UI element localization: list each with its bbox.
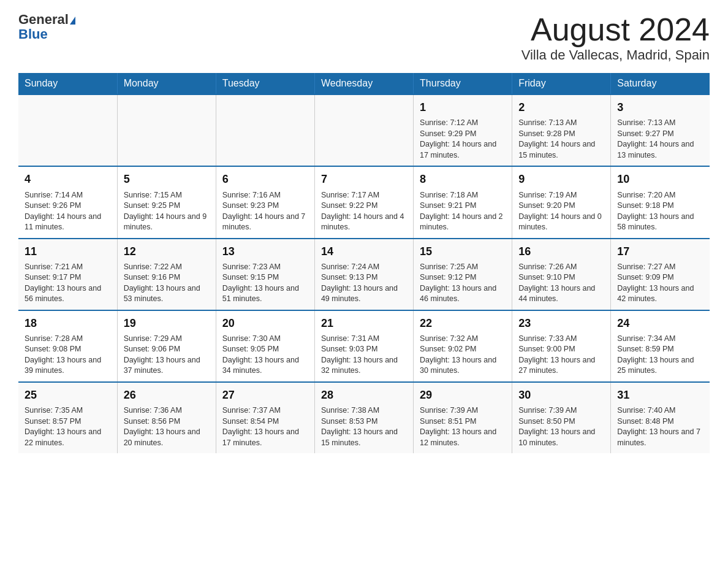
cell-week1-day2 — [117, 94, 216, 166]
cell-week1-day4 — [314, 94, 413, 166]
week-row-2: 4Sunrise: 7:14 AMSunset: 9:26 PMDaylight… — [18, 166, 710, 238]
cell-week5-day4: 28Sunrise: 7:38 AMSunset: 8:53 PMDayligh… — [314, 382, 413, 453]
cell-week1-day3 — [216, 94, 314, 166]
calendar-body: 1Sunrise: 7:12 AMSunset: 9:29 PMDaylight… — [18, 94, 710, 453]
cell-week4-day7: 24Sunrise: 7:34 AMSunset: 8:59 PMDayligh… — [611, 310, 710, 382]
cell-week4-day6: 23Sunrise: 7:33 AMSunset: 9:00 PMDayligh… — [512, 310, 611, 382]
day-info: Sunrise: 7:35 AMSunset: 8:57 PMDaylight:… — [25, 405, 111, 448]
day-number: 21 — [321, 316, 407, 331]
day-info: Sunrise: 7:36 AMSunset: 8:56 PMDaylight:… — [124, 405, 210, 448]
day-number: 24 — [617, 316, 703, 331]
cell-week3-day5: 15Sunrise: 7:25 AMSunset: 9:12 PMDayligh… — [414, 239, 512, 310]
calendar-subtitle: Villa de Vallecas, Madrid, Spain — [521, 47, 710, 63]
cell-week4-day3: 20Sunrise: 7:30 AMSunset: 9:05 PMDayligh… — [216, 310, 314, 382]
day-number: 18 — [25, 316, 111, 331]
day-info: Sunrise: 7:30 AMSunset: 9:05 PMDaylight:… — [222, 334, 308, 377]
day-number: 11 — [25, 244, 111, 259]
calendar-title: August 2024 — [521, 12, 710, 47]
day-info: Sunrise: 7:14 AMSunset: 9:26 PMDaylight:… — [25, 190, 111, 233]
day-info: Sunrise: 7:17 AMSunset: 9:22 PMDaylight:… — [321, 190, 407, 233]
day-info: Sunrise: 7:13 AMSunset: 9:28 PMDaylight:… — [518, 118, 604, 161]
cell-week5-day3: 27Sunrise: 7:37 AMSunset: 8:54 PMDayligh… — [216, 382, 314, 453]
day-number: 2 — [518, 100, 604, 115]
cell-week5-day5: 29Sunrise: 7:39 AMSunset: 8:51 PMDayligh… — [414, 382, 512, 453]
cell-week5-day7: 31Sunrise: 7:40 AMSunset: 8:48 PMDayligh… — [611, 382, 710, 453]
day-number: 17 — [617, 244, 703, 259]
day-number: 25 — [25, 388, 111, 403]
header-wednesday: Wednesday — [314, 73, 413, 94]
day-info: Sunrise: 7:31 AMSunset: 9:03 PMDaylight:… — [321, 334, 407, 377]
day-info: Sunrise: 7:40 AMSunset: 8:48 PMDaylight:… — [617, 405, 703, 448]
day-number: 6 — [222, 172, 308, 187]
header-sunday: Sunday — [18, 73, 117, 94]
day-number: 19 — [124, 316, 210, 331]
week-row-5: 25Sunrise: 7:35 AMSunset: 8:57 PMDayligh… — [18, 382, 710, 453]
day-number: 9 — [518, 172, 604, 187]
cell-week4-day1: 18Sunrise: 7:28 AMSunset: 9:08 PMDayligh… — [18, 310, 117, 382]
logo-blue-text: Blue — [18, 27, 75, 42]
cell-week2-day5: 8Sunrise: 7:18 AMSunset: 9:21 PMDaylight… — [414, 166, 512, 238]
cell-week3-day1: 11Sunrise: 7:21 AMSunset: 9:17 PMDayligh… — [18, 239, 117, 310]
day-info: Sunrise: 7:29 AMSunset: 9:06 PMDaylight:… — [124, 334, 210, 377]
day-info: Sunrise: 7:39 AMSunset: 8:51 PMDaylight:… — [420, 405, 506, 448]
day-number: 3 — [617, 100, 703, 115]
cell-week2-day7: 10Sunrise: 7:20 AMSunset: 9:18 PMDayligh… — [611, 166, 710, 238]
day-number: 13 — [222, 244, 308, 259]
cell-week3-day4: 14Sunrise: 7:24 AMSunset: 9:13 PMDayligh… — [314, 239, 413, 310]
day-info: Sunrise: 7:21 AMSunset: 9:17 PMDaylight:… — [25, 262, 111, 305]
day-info: Sunrise: 7:38 AMSunset: 8:53 PMDaylight:… — [321, 405, 407, 448]
day-info: Sunrise: 7:22 AMSunset: 9:16 PMDaylight:… — [124, 262, 210, 305]
day-number: 27 — [222, 388, 308, 403]
day-info: Sunrise: 7:19 AMSunset: 9:20 PMDaylight:… — [518, 190, 604, 233]
day-number: 7 — [321, 172, 407, 187]
day-number: 28 — [321, 388, 407, 403]
day-info: Sunrise: 7:12 AMSunset: 9:29 PMDaylight:… — [420, 118, 506, 161]
logo-general-text: General — [18, 12, 69, 27]
day-number: 1 — [420, 100, 506, 115]
cell-week1-day1 — [18, 94, 117, 166]
day-info: Sunrise: 7:32 AMSunset: 9:02 PMDaylight:… — [420, 334, 506, 377]
day-info: Sunrise: 7:13 AMSunset: 9:27 PMDaylight:… — [617, 118, 703, 161]
day-info: Sunrise: 7:24 AMSunset: 9:13 PMDaylight:… — [321, 262, 407, 305]
day-number: 30 — [518, 388, 604, 403]
calendar-table: Sunday Monday Tuesday Wednesday Thursday… — [18, 73, 710, 453]
day-number: 10 — [617, 172, 703, 187]
day-number: 31 — [617, 388, 703, 403]
day-info: Sunrise: 7:28 AMSunset: 9:08 PMDaylight:… — [25, 334, 111, 377]
day-number: 26 — [124, 388, 210, 403]
cell-week3-day6: 16Sunrise: 7:26 AMSunset: 9:10 PMDayligh… — [512, 239, 611, 310]
day-info: Sunrise: 7:26 AMSunset: 9:10 PMDaylight:… — [518, 262, 604, 305]
calendar-header: Sunday Monday Tuesday Wednesday Thursday… — [18, 73, 710, 94]
cell-week1-day5: 1Sunrise: 7:12 AMSunset: 9:29 PMDaylight… — [414, 94, 512, 166]
cell-week2-day4: 7Sunrise: 7:17 AMSunset: 9:22 PMDaylight… — [314, 166, 413, 238]
cell-week5-day6: 30Sunrise: 7:39 AMSunset: 8:50 PMDayligh… — [512, 382, 611, 453]
weekday-header-row: Sunday Monday Tuesday Wednesday Thursday… — [18, 73, 710, 94]
cell-week3-day7: 17Sunrise: 7:27 AMSunset: 9:09 PMDayligh… — [611, 239, 710, 310]
day-number: 20 — [222, 316, 308, 331]
header-saturday: Saturday — [611, 73, 710, 94]
day-info: Sunrise: 7:33 AMSunset: 9:00 PMDaylight:… — [518, 334, 604, 377]
day-number: 4 — [25, 172, 111, 187]
cell-week2-day2: 5Sunrise: 7:15 AMSunset: 9:25 PMDaylight… — [117, 166, 216, 238]
week-row-4: 18Sunrise: 7:28 AMSunset: 9:08 PMDayligh… — [18, 310, 710, 382]
day-number: 12 — [124, 244, 210, 259]
cell-week2-day6: 9Sunrise: 7:19 AMSunset: 9:20 PMDaylight… — [512, 166, 611, 238]
day-number: 16 — [518, 244, 604, 259]
cell-week4-day2: 19Sunrise: 7:29 AMSunset: 9:06 PMDayligh… — [117, 310, 216, 382]
cell-week3-day2: 12Sunrise: 7:22 AMSunset: 9:16 PMDayligh… — [117, 239, 216, 310]
day-info: Sunrise: 7:23 AMSunset: 9:15 PMDaylight:… — [222, 262, 308, 305]
header-monday: Monday — [117, 73, 216, 94]
cell-week1-day6: 2Sunrise: 7:13 AMSunset: 9:28 PMDaylight… — [512, 94, 611, 166]
header-thursday: Thursday — [414, 73, 512, 94]
day-info: Sunrise: 7:16 AMSunset: 9:23 PMDaylight:… — [222, 190, 308, 233]
cell-week2-day3: 6Sunrise: 7:16 AMSunset: 9:23 PMDaylight… — [216, 166, 314, 238]
day-number: 29 — [420, 388, 506, 403]
header-friday: Friday — [512, 73, 611, 94]
cell-week4-day5: 22Sunrise: 7:32 AMSunset: 9:02 PMDayligh… — [414, 310, 512, 382]
day-info: Sunrise: 7:25 AMSunset: 9:12 PMDaylight:… — [420, 262, 506, 305]
day-info: Sunrise: 7:39 AMSunset: 8:50 PMDaylight:… — [518, 405, 604, 448]
cell-week4-day4: 21Sunrise: 7:31 AMSunset: 9:03 PMDayligh… — [314, 310, 413, 382]
cell-week1-day7: 3Sunrise: 7:13 AMSunset: 9:27 PMDaylight… — [611, 94, 710, 166]
logo-triangle-icon — [70, 17, 75, 25]
day-info: Sunrise: 7:37 AMSunset: 8:54 PMDaylight:… — [222, 405, 308, 448]
